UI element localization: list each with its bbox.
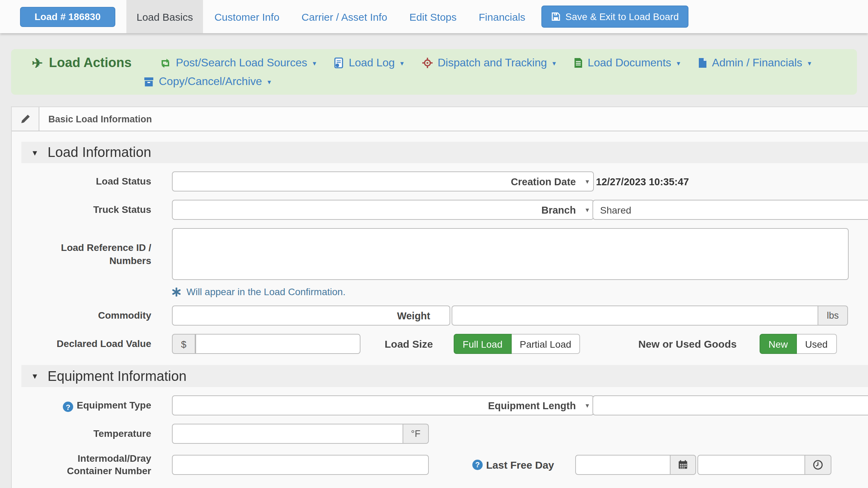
crosshairs-icon [422,57,433,68]
equipment-length-label: Equipment Length [488,400,576,411]
partial-load-button[interactable]: Partial Load [511,334,580,354]
commodity-input-box: Weight [172,306,450,326]
chevron-down-icon: ▾ [552,59,556,67]
tab-edit-stops[interactable]: Edit Stops [398,0,468,33]
load-reference-label: Load Reference ID / Numbers [21,242,151,267]
calendar-icon-addon[interactable] [671,454,696,475]
equipment-length-select[interactable] [592,395,868,415]
collapse-caret-icon: ▼ [31,148,39,157]
chevron-down-icon: ▾ [586,206,589,214]
last-free-day-time-input[interactable] [698,454,806,475]
card-body: ▼ Load Information Load Status Creation … [12,142,868,488]
new-goods-button[interactable]: New [760,334,797,354]
last-free-day-date-group [576,454,696,475]
collapse-caret-icon: ▼ [31,372,39,380]
weight-label: Weight [397,310,430,321]
full-load-button[interactable]: Full Load [454,334,511,354]
row-truck-status: Truck Status Branch ▾ [21,200,868,220]
admin-file-icon [698,57,707,68]
main-tabs: Load Basics Customer Info Carrier / Asse… [126,0,536,33]
currency-addon: $ [172,334,195,354]
truck-status-select[interactable]: Branch ▾ [172,200,594,220]
load-size-toggle: Full Load Partial Load [454,334,580,354]
row-equipment-type: ?Equipment Type Equipment Length ▾ [21,395,868,415]
last-free-day-group: ? Last Free Day [472,454,832,475]
weight-input[interactable] [452,306,818,326]
menu-dispatch-tracking[interactable]: Dispatch and Tracking ▾ [422,57,556,69]
clock-icon [813,459,823,470]
chevron-down-icon: ▾ [586,402,589,409]
goods-toggle: New Used [760,334,837,354]
load-number-button[interactable]: Load # 186830 [20,7,115,27]
creation-date-value: 12/27/2023 10:35:47 [596,176,689,187]
tab-customer-info[interactable]: Customer Info [203,0,290,33]
load-log-icon [334,57,344,68]
load-status-select[interactable]: Creation Date ▾ [172,171,594,191]
load-size-label: Load Size [385,338,433,350]
load-edit-page: Load # 186830 Load Basics Customer Info … [0,0,868,488]
intermodal-container-input[interactable] [172,454,429,475]
save-exit-button[interactable]: Save & Exit to Load Board [541,6,688,28]
retweet-icon [159,58,171,68]
row-commodity: Commodity Weight lbs [21,306,868,326]
chevron-down-icon: ▾ [586,178,589,185]
plane-icon: ✈ [32,56,43,69]
section-equipment-information[interactable]: ▼ Equipment Information [21,365,868,387]
calendar-icon [678,460,688,469]
load-reference-note: Will appear in the Load Confirmation. [172,286,868,297]
row-load-status: Load Status Creation Date ▾ 12/27/2023 1… [21,171,868,191]
commodity-label: Commodity [21,309,151,322]
chevron-down-icon: ▾ [313,59,316,67]
menu-admin-financials[interactable]: Admin / Financials ▾ [698,57,811,69]
used-goods-button[interactable]: Used [797,334,837,354]
goods-label: New or Used Goods [638,338,737,350]
commodity-input[interactable] [173,306,397,326]
chevron-down-icon: ▾ [808,59,811,67]
section-load-information[interactable]: ▼ Load Information [21,142,868,163]
menu-post-search-load-sources[interactable]: Post/Search Load Sources ▾ [159,57,316,69]
branch-label: Branch [541,204,576,215]
weight-unit-addon: lbs [818,306,848,326]
clock-icon-addon[interactable] [806,454,832,475]
row-load-reference: Load Reference ID / Numbers [21,228,868,280]
tab-financials[interactable]: Financials [468,0,537,33]
chevron-down-icon: ▾ [677,59,680,67]
section-title: Load Information [48,144,151,160]
card-tab-title: Basic Load Information [39,107,152,131]
chevron-down-icon: ▾ [268,78,271,85]
basic-load-information-card: Basic Load Information ▼ Load Informatio… [11,106,868,488]
temperature-unit-addon: °F [403,424,429,444]
declared-value-label: Declared Load Value [21,338,151,350]
declared-value-input[interactable] [195,334,360,354]
last-free-day-label: Last Free Day [486,459,554,470]
load-status-label: Load Status [21,175,151,188]
temperature-input[interactable] [172,424,403,444]
question-circle-icon[interactable]: ? [472,459,483,470]
equipment-type-select[interactable]: Equipment Length ▾ [172,395,594,415]
branch-input[interactable] [592,200,868,220]
load-actions-panel: ✈ Load Actions Post/Search Load Sources … [11,49,857,95]
menu-load-documents[interactable]: Load Documents ▾ [574,57,680,69]
last-free-day-date-input[interactable] [576,454,671,475]
card-tab-bar: Basic Load Information [12,107,868,131]
load-reference-textarea[interactable] [172,228,849,280]
question-circle-icon[interactable]: ? [63,402,73,412]
tab-carrier-asset-info[interactable]: Carrier / Asset Info [290,0,398,33]
truck-status-label: Truck Status [21,204,151,216]
intermodal-label: Intermodal/Dray Container Number [21,452,151,477]
asterisk-icon [172,287,181,296]
menu-copy-cancel-archive[interactable]: Copy/Cancel/Archive ▾ [144,75,271,88]
equipment-type-label: ?Equipment Type [21,398,151,412]
edit-tab[interactable] [12,107,39,131]
load-actions-title: ✈ Load Actions [32,55,132,71]
temperature-group: °F [172,424,429,444]
chevron-down-icon: ▾ [400,59,404,67]
tab-load-basics[interactable]: Load Basics [126,0,203,33]
document-icon [574,57,583,68]
weight-group: lbs [450,306,848,326]
archive-box-icon [144,76,154,87]
pencil-icon [20,114,30,124]
row-declared-value: Declared Load Value $ Load Size Full Loa… [21,334,868,354]
menu-load-log[interactable]: Load Log ▾ [334,57,404,69]
save-exit-label: Save & Exit to Load Board [566,11,679,22]
